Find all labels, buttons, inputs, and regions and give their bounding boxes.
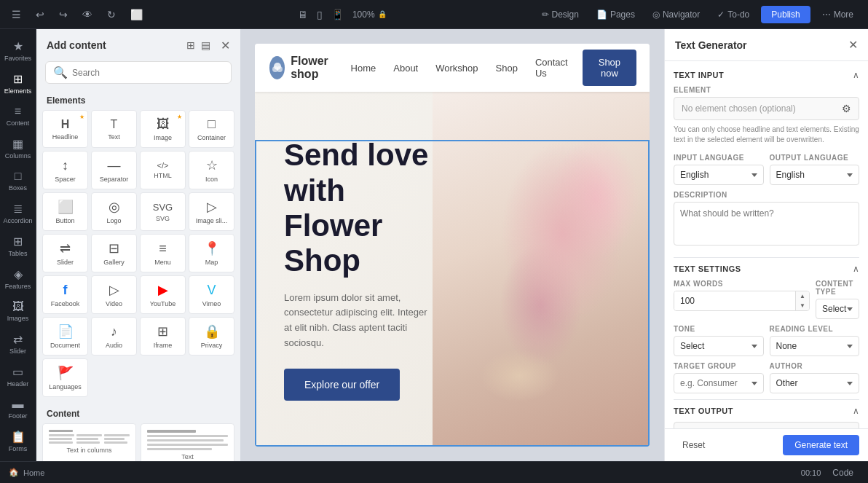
panel-close-button[interactable]: ✕: [221, 39, 230, 52]
tone-select[interactable]: Select: [674, 336, 764, 356]
design-button[interactable]: ✏ Design: [536, 7, 585, 23]
element-svg[interactable]: SVG SVG: [140, 192, 186, 231]
list-view-button[interactable]: ▤: [200, 38, 212, 52]
nav-workshop[interactable]: Workshop: [435, 63, 478, 74]
redo-button[interactable]: ↪: [56, 6, 71, 23]
element-button[interactable]: ⬜ Button: [42, 192, 88, 231]
element-spacer[interactable]: ↕ Spacer: [42, 151, 88, 189]
publish-button[interactable]: Publish: [761, 6, 810, 23]
element-document[interactable]: 📄 Document: [42, 317, 88, 356]
element-vimeo[interactable]: V Vimeo: [189, 275, 234, 314]
element-html[interactable]: </> HTML: [140, 151, 186, 189]
element-privacy[interactable]: 🔒 Privacy: [189, 317, 234, 356]
nav-contact[interactable]: Contact Us: [535, 57, 568, 79]
element-iframe[interactable]: ⊞ Iframe: [140, 317, 186, 356]
spacer-icon: ↕: [62, 158, 68, 173]
element-select-settings-icon: ⚙: [842, 103, 851, 114]
search-icon: 🔍: [53, 66, 68, 79]
author-select[interactable]: Other: [770, 373, 860, 393]
output-language-select[interactable]: English: [770, 165, 860, 185]
code-button[interactable]: Code: [826, 465, 859, 481]
sidebar-item-tables[interactable]: ⊞ Tables: [1, 230, 35, 262]
explore-button[interactable]: Explore our offer: [284, 369, 400, 401]
element-map[interactable]: 📍 Map: [189, 234, 234, 272]
right-panel-close-button[interactable]: ✕: [848, 38, 858, 52]
sidebar-item-boxes[interactable]: □ Boxes: [1, 165, 35, 196]
nav-home[interactable]: Home: [351, 63, 376, 74]
text-input-collapse-button[interactable]: ∧: [853, 70, 859, 80]
stepper-up-button[interactable]: ▲: [796, 291, 809, 301]
element-slider[interactable]: ⇌ Slider: [42, 234, 88, 272]
element-text[interactable]: T Text: [91, 110, 137, 148]
element-image[interactable]: ★ 🖼 Image: [140, 110, 186, 148]
document-icon: 📄: [58, 323, 74, 339]
refresh-button[interactable]: ↻: [104, 6, 119, 23]
sidebar-item-features[interactable]: ◈ Features: [1, 263, 35, 294]
generate-button[interactable]: Generate text: [783, 435, 859, 455]
tablet-device-button[interactable]: ▯: [314, 6, 326, 23]
desktop-device-button[interactable]: 🖥: [295, 6, 311, 23]
sidebar-item-header[interactable]: ▭ Header: [1, 361, 35, 392]
text-settings-collapse-button[interactable]: ∧: [853, 264, 859, 274]
element-menu[interactable]: ≡ Menu: [140, 234, 186, 272]
content-text-in-columns[interactable]: Text in columns: [42, 423, 136, 461]
content-icon: ≡: [15, 105, 21, 118]
content-type-select[interactable]: Select: [816, 299, 859, 319]
shop-now-button[interactable]: Shop now: [583, 50, 636, 86]
element-youtube[interactable]: ▶ YouTube: [140, 275, 186, 314]
element-headline[interactable]: ★ H Headline: [42, 110, 88, 148]
content-text[interactable]: Text: [141, 423, 234, 461]
element-gallery[interactable]: ⊟ Gallery: [91, 234, 137, 272]
element-container[interactable]: □ Container: [189, 110, 234, 148]
reading-level-select[interactable]: None: [770, 336, 860, 356]
search-input[interactable]: [72, 68, 224, 78]
todo-icon: ✓: [717, 9, 725, 20]
columns-icon: ▦: [12, 137, 23, 151]
element-logo[interactable]: ◎ Logo: [91, 192, 137, 231]
text-output-collapse-button[interactable]: ∧: [853, 406, 859, 416]
sidebar-item-forms[interactable]: 📋 Forms: [1, 425, 35, 457]
nav-about[interactable]: About: [393, 63, 418, 74]
element-video[interactable]: ▷ Video: [91, 275, 137, 314]
description-textarea[interactable]: [674, 202, 859, 246]
sidebar-item-images[interactable]: 🖼 Images: [1, 296, 35, 326]
element-select[interactable]: No element chosen (optional) ⚙: [674, 97, 859, 120]
element-icon[interactable]: ☆ Icon: [189, 151, 234, 189]
more-button[interactable]: ⋯ More: [816, 7, 859, 23]
sidebar-item-slider[interactable]: ⇄ Slider: [1, 328, 35, 359]
hamburger-menu-button[interactable]: ☰: [9, 6, 24, 23]
sidebar-item-columns[interactable]: ▦ Columns: [1, 133, 35, 164]
bottom-left: 🏠 Home: [9, 468, 44, 477]
facebook-icon: f: [63, 283, 68, 298]
sidebar-item-footer[interactable]: ▬ Footer: [1, 393, 35, 424]
pages-button[interactable]: 📄 Pages: [591, 7, 641, 23]
undo-button[interactable]: ↩: [33, 6, 47, 23]
menu-icon: ≡: [159, 241, 167, 256]
sidebar-item-accordion[interactable]: ≣ Accordion: [1, 197, 35, 229]
max-words-input[interactable]: [674, 291, 795, 310]
navigator-button[interactable]: ◎ Navigator: [647, 7, 706, 23]
save-button[interactable]: ⬜: [127, 6, 146, 23]
content-type-label: CONTENT TYPE: [816, 280, 859, 296]
home-icon: 🏠: [9, 468, 19, 477]
element-image-slider[interactable]: ▷ Image sli...: [189, 192, 234, 231]
input-language-select[interactable]: English: [674, 165, 764, 185]
logo-svg: [270, 60, 285, 75]
todo-button[interactable]: ✓ To-do: [711, 7, 755, 23]
element-languages[interactable]: 🚩 Languages: [42, 358, 88, 397]
sidebar-item-favorites[interactable]: ★ Favorites: [1, 35, 35, 66]
grid-view-button[interactable]: ⊞: [185, 38, 197, 52]
reset-button[interactable]: Reset: [674, 436, 714, 455]
mobile-device-button[interactable]: 📱: [328, 6, 347, 23]
element-audio[interactable]: ♪ Audio: [91, 317, 137, 356]
sidebar-item-elements[interactable]: ⊞ Elements: [1, 68, 35, 99]
preview-button[interactable]: 👁: [79, 6, 95, 23]
panel-content: Elements ★ H Headline T Text ★ 🖼 Image: [36, 90, 240, 461]
element-facebook[interactable]: f Facebook: [42, 275, 88, 314]
sidebar-item-content[interactable]: ≡ Content: [1, 101, 35, 131]
nav-shop[interactable]: Shop: [496, 63, 518, 74]
stepper-down-button[interactable]: ▼: [796, 301, 809, 310]
element-separator[interactable]: — Separator: [91, 151, 137, 189]
target-group-input[interactable]: [674, 373, 764, 393]
audio-icon: ♪: [111, 324, 117, 339]
